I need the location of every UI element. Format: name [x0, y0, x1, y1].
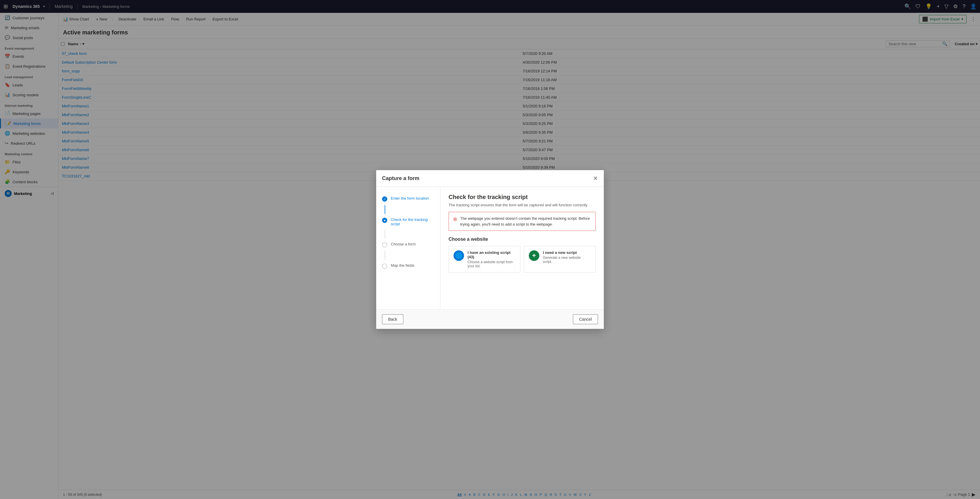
step-connector-2	[385, 230, 385, 238]
step3-label: Choose a form	[391, 242, 415, 246]
step4-indicator	[382, 264, 387, 269]
step1-label: Enter the form location	[391, 196, 429, 200]
modal-header: Capture a form ✕	[376, 170, 604, 187]
modal-footer: Back Cancel	[376, 309, 604, 329]
new-script-desc: Generate a new website script.	[543, 256, 591, 264]
error-icon: ⊗	[453, 216, 457, 222]
step-connector-3	[385, 251, 385, 260]
step-choose-form: Choose a form	[376, 238, 440, 251]
step2-indicator: ●	[382, 218, 387, 223]
step-check-tracking: ● Check for the tracking script	[376, 214, 440, 230]
step3-indicator	[382, 242, 387, 248]
step2-label: Check for the tracking script	[391, 218, 434, 226]
new-script-label: I need a new script	[543, 250, 591, 255]
step-connector-1	[385, 205, 385, 214]
choose-website-title: Choose a website	[449, 237, 596, 242]
step4-label: Map the fields	[391, 263, 414, 268]
modal-overlay[interactable]: Capture a form ✕ ✓ Enter the form locati…	[0, 0, 980, 499]
modal-title: Capture a form	[382, 175, 419, 181]
modal-content-description: The tracking script ensures that the for…	[449, 203, 596, 207]
step-map-fields: Map the fields	[376, 260, 440, 272]
modal-body: ✓ Enter the form location ● Check for th…	[376, 187, 604, 309]
step1-indicator: ✓	[382, 196, 387, 202]
new-script-icon: +	[529, 250, 539, 261]
modal-content-title: Check for the tracking script	[449, 194, 596, 200]
modal-close-button[interactable]: ✕	[593, 175, 598, 182]
existing-script-desc: Choose a website script from your list.	[468, 260, 515, 268]
existing-script-icon: 🌐	[453, 250, 464, 261]
error-banner: ⊗ The webpage you entered doesn't contai…	[449, 212, 596, 231]
modal-content: Check for the tracking script The tracki…	[441, 187, 604, 309]
modal-steps: ✓ Enter the form location ● Check for th…	[376, 187, 441, 309]
existing-script-label: I have an existing script (43)	[468, 250, 515, 259]
new-script-option[interactable]: + I need a new script Generate a new web…	[524, 246, 596, 273]
back-button[interactable]: Back	[382, 314, 403, 324]
website-options: 🌐 I have an existing script (43) Choose …	[449, 246, 596, 273]
error-text: The webpage you entered doesn't contain …	[460, 216, 591, 227]
existing-script-option[interactable]: 🌐 I have an existing script (43) Choose …	[449, 246, 520, 273]
capture-form-modal: Capture a form ✕ ✓ Enter the form locati…	[376, 170, 604, 329]
step-enter-location: ✓ Enter the form location	[376, 192, 440, 205]
cancel-button[interactable]: Cancel	[573, 314, 598, 324]
